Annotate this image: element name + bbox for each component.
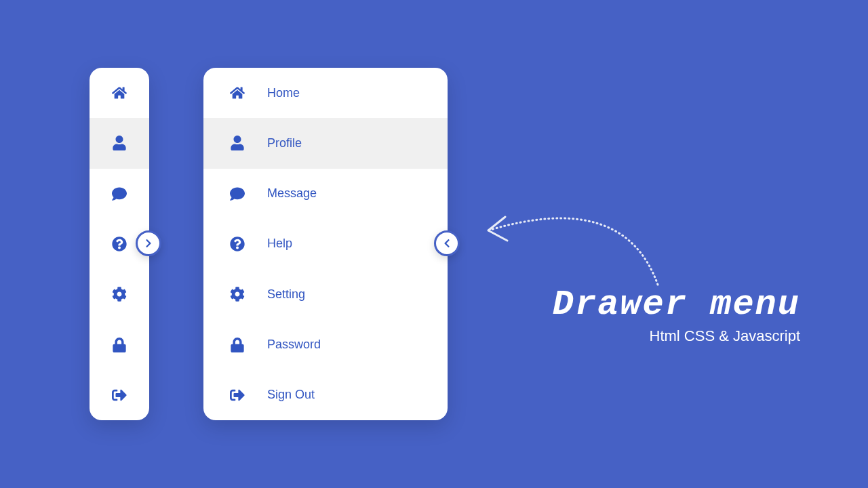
collapse-button[interactable] [434, 230, 460, 256]
question-icon [111, 236, 127, 252]
signout-icon [111, 387, 127, 403]
user-icon [229, 135, 245, 151]
title-main: Drawer menu [553, 285, 800, 325]
menu-item-password[interactable] [90, 319, 149, 369]
menu-item-message[interactable] [90, 169, 149, 219]
menu-item-signout[interactable]: Sign Out [203, 370, 448, 420]
gear-icon [229, 286, 245, 302]
menu-item-profile[interactable]: Profile [203, 118, 448, 168]
home-icon [111, 85, 127, 101]
menu-item-setting[interactable] [90, 269, 149, 319]
menu-label: Sign Out [267, 388, 315, 402]
menu-item-signout[interactable] [90, 370, 149, 420]
drawer-expanded: Home Profile Message Help Setting Passwo… [203, 68, 448, 420]
menu-label: Profile [267, 136, 302, 150]
annotation-arrow-icon [468, 169, 671, 291]
title-block: Drawer menu Html CSS & Javascript [553, 285, 800, 345]
title-sub: Html CSS & Javascript [553, 327, 800, 345]
gear-icon [111, 286, 127, 302]
comment-icon [111, 186, 127, 202]
expand-button[interactable] [136, 230, 161, 256]
lock-icon [229, 337, 245, 353]
signout-icon [229, 387, 245, 403]
menu-item-message[interactable]: Message [203, 169, 448, 219]
menu-label: Home [267, 86, 300, 100]
menu-label: Message [267, 186, 317, 201]
home-icon [229, 85, 245, 101]
chevron-left-icon [442, 239, 452, 248]
comment-icon [229, 186, 245, 202]
menu-item-password[interactable]: Password [203, 319, 448, 369]
menu-label: Help [267, 237, 292, 251]
menu-item-home[interactable]: Home [203, 68, 448, 118]
menu-item-setting[interactable]: Setting [203, 269, 448, 319]
lock-icon [111, 337, 127, 353]
menu-label: Password [267, 338, 321, 352]
user-icon [111, 135, 127, 151]
question-icon [229, 236, 245, 252]
menu-label: Setting [267, 287, 305, 302]
chevron-right-icon [144, 239, 153, 248]
menu-item-help[interactable]: Help [203, 219, 448, 269]
menu-item-home[interactable] [90, 68, 149, 118]
menu-item-profile[interactable] [90, 118, 149, 168]
